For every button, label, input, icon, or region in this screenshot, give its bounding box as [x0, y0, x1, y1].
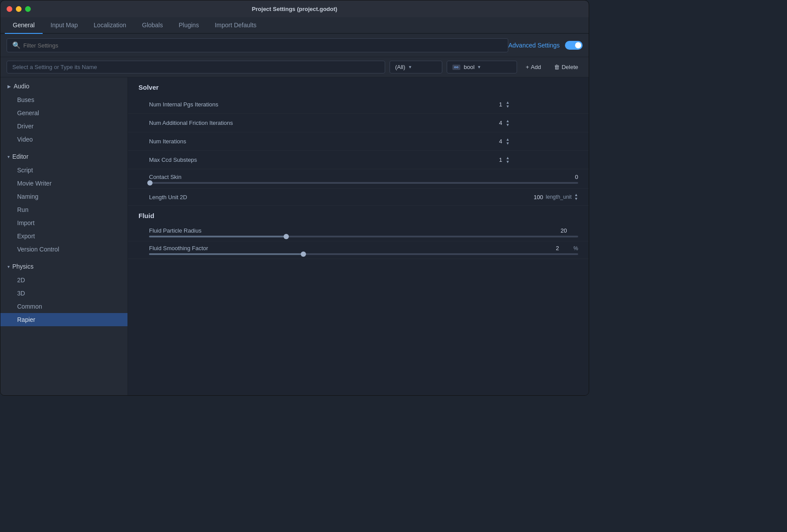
sidebar-item-buses[interactable]: Buses	[0, 93, 128, 106]
sidebar-item-run[interactable]: Run	[0, 203, 128, 216]
tab-bar: General Input Map Localization Globals P…	[0, 17, 589, 34]
length-unit-control: 100 length_unit ▲ ▼	[534, 193, 578, 201]
fluid-section-header: Fluid	[128, 206, 589, 224]
sidebar-item-script[interactable]: Script	[0, 164, 128, 177]
sidebar-section-audio: ▶ Audio Buses General Driver Video	[0, 77, 128, 148]
row-label-max-ccd-substeps: Max Ccd Substeps	[149, 157, 499, 163]
fluid-smoothing-factor-thumb[interactable]	[301, 251, 306, 257]
length-unit-suffix: length_unit	[546, 194, 572, 200]
sidebar-group-physics-label: Physics	[12, 263, 33, 270]
row-fluid-smoothing-factor: Fluid Smoothing Factor 2 %	[128, 241, 589, 259]
arrow-icon-physics: ▾	[7, 264, 10, 269]
sidebar-item-rapier-label: Rapier	[17, 316, 35, 323]
sidebar-item-video[interactable]: Video	[0, 133, 128, 146]
spinner-max-ccd-substeps[interactable]: ▲ ▼	[506, 156, 510, 164]
type-dropdown[interactable]: oo bool ▾	[447, 61, 517, 73]
sidebar-item-driver[interactable]: Driver	[0, 120, 128, 133]
value-length-unit-2d: 100	[534, 194, 543, 200]
fluid-smoothing-factor-header: Fluid Smoothing Factor 2 %	[149, 245, 578, 251]
sidebar-item-naming[interactable]: Naming	[0, 190, 128, 203]
tab-import-defaults[interactable]: Import Defaults	[207, 17, 264, 34]
sidebar: ▶ Audio Buses General Driver Video ▾ Edi…	[0, 77, 128, 396]
advanced-settings-toggle[interactable]	[565, 41, 583, 50]
sidebar-item-version-control[interactable]: Version Control	[0, 243, 128, 256]
row-label-num-internal-pgs: Num Internal Pgs Iterations	[149, 101, 499, 108]
trash-icon: 🗑	[554, 64, 560, 70]
sidebar-group-audio[interactable]: ▶ Audio	[0, 79, 128, 93]
minimize-button[interactable]	[16, 6, 22, 12]
sidebar-group-audio-label: Audio	[14, 83, 29, 90]
spinner-num-iterations[interactable]: ▲ ▼	[506, 138, 510, 146]
chevron-down-icon-2: ▾	[478, 64, 481, 70]
add-button[interactable]: + Add	[521, 61, 546, 73]
window-controls	[7, 6, 31, 12]
label-contact-skin: Contact Skin	[149, 174, 575, 180]
delete-button[interactable]: 🗑 Delete	[550, 61, 583, 73]
sidebar-item-movie-writer[interactable]: Movie Writer	[0, 177, 128, 190]
spinner-length-unit-2d[interactable]: ▲ ▼	[574, 193, 578, 201]
tab-general[interactable]: General	[5, 17, 43, 34]
row-contact-skin: Contact Skin 0	[128, 169, 589, 189]
value-fluid-smoothing-factor: 2	[556, 245, 573, 251]
sidebar-item-2d-label: 2D	[17, 277, 25, 284]
row-value-num-iterations: 4 ▲ ▼	[499, 138, 578, 146]
sidebar-item-import[interactable]: Import	[0, 216, 128, 230]
fluid-particle-radius-thumb[interactable]	[284, 234, 289, 239]
sidebar-section-editor: ▾ Editor Script Movie Writer Naming Run …	[0, 148, 128, 258]
filter-right: Advanced Settings	[508, 41, 583, 50]
close-button[interactable]	[7, 6, 12, 12]
sidebar-item-common[interactable]: Common	[0, 300, 128, 313]
fluid-particle-radius-fill	[149, 236, 286, 237]
sidebar-item-import-label: Import	[17, 219, 35, 226]
arrow-icon-editor: ▾	[7, 154, 10, 159]
sidebar-item-2d[interactable]: 2D	[0, 273, 128, 287]
contact-skin-slider-thumb[interactable]	[147, 180, 153, 186]
sidebar-item-3d[interactable]: 3D	[0, 287, 128, 300]
sidebar-item-general[interactable]: General	[0, 106, 128, 120]
row-value-num-internal-pgs: 1 ▲ ▼	[499, 101, 578, 109]
add-delete-bar: Select a Setting or Type its Name (All) …	[0, 57, 589, 77]
sidebar-item-export-label: Export	[17, 233, 35, 240]
sidebar-group-editor[interactable]: ▾ Editor	[0, 149, 128, 164]
sidebar-item-run-label: Run	[17, 206, 29, 213]
sidebar-group-physics[interactable]: ▾ Physics	[0, 259, 128, 273]
value-num-iterations: 4	[499, 138, 502, 145]
sidebar-item-rapier[interactable]: Rapier	[0, 313, 128, 326]
contact-skin-slider-track[interactable]	[149, 182, 578, 184]
tab-input-map[interactable]: Input Map	[43, 17, 86, 34]
titlebar: Project Settings (project.godot)	[0, 0, 589, 17]
fluid-particle-radius-header: Fluid Particle Radius 20	[149, 227, 578, 234]
type-value: bool	[464, 64, 475, 70]
row-num-internal-pgs: Num Internal Pgs Iterations 1 ▲ ▼	[128, 95, 589, 114]
row-num-iterations: Num Iterations 4 ▲ ▼	[128, 132, 589, 151]
sidebar-section-physics: ▾ Physics 2D 3D Common Rapier	[0, 258, 128, 328]
length-spinner-down-icon: ▼	[574, 197, 578, 201]
fluid-particle-radius-track[interactable]	[149, 236, 578, 237]
category-dropdown[interactable]: (All) ▾	[390, 61, 442, 73]
fluid-smoothing-factor-track[interactable]	[149, 253, 578, 255]
sidebar-item-export[interactable]: Export	[0, 230, 128, 243]
chevron-down-icon: ▾	[409, 64, 412, 70]
maximize-button[interactable]	[25, 6, 31, 12]
value-fluid-particle-radius: 20	[561, 227, 578, 234]
label-fluid-particle-radius: Fluid Particle Radius	[149, 227, 561, 234]
setting-selector[interactable]: Select a Setting or Type its Name	[7, 61, 385, 73]
spinner-num-additional-friction[interactable]: ▲ ▼	[506, 119, 510, 127]
main-layout: ▶ Audio Buses General Driver Video ▾ Edi…	[0, 77, 589, 396]
spinner-num-internal-pgs[interactable]: ▲ ▼	[506, 101, 510, 109]
row-length-unit-2d: Length Unit 2D 100 length_unit ▲ ▼	[128, 189, 589, 206]
tab-localization[interactable]: Localization	[86, 17, 134, 34]
add-icon: +	[526, 64, 529, 70]
row-num-additional-friction: Num Additional Friction Iterations 4 ▲ ▼	[128, 114, 589, 132]
value-num-additional-friction: 4	[499, 120, 502, 126]
search-icon: 🔍	[12, 41, 21, 49]
tab-globals[interactable]: Globals	[134, 17, 171, 34]
filter-input[interactable]	[23, 42, 503, 49]
contact-skin-header: Contact Skin 0	[149, 174, 578, 180]
sidebar-item-buses-label: Buses	[17, 96, 34, 103]
spinner-down-icon-4: ▼	[506, 160, 510, 164]
tab-plugins[interactable]: Plugins	[171, 17, 207, 34]
sidebar-group-editor-label: Editor	[12, 153, 29, 160]
label-fluid-smoothing-factor: Fluid Smoothing Factor	[149, 245, 556, 251]
spinner-down-icon: ▼	[506, 105, 510, 109]
